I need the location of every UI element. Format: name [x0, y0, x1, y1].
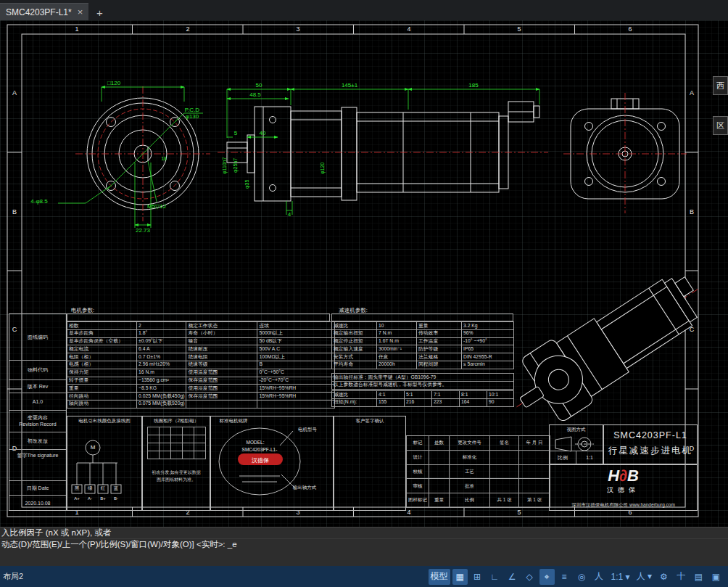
grid-display-toggle[interactable]: ▦ [452, 569, 468, 585]
polar-tracking-toggle[interactable]: ∠ [505, 569, 520, 585]
side-flag-label: 区 [716, 120, 724, 131]
table-cell: 16 N.m [137, 369, 186, 377]
drawing-code-box: 图纸编码 [9, 314, 66, 361]
table-cell: 相数 [67, 322, 137, 330]
table-cell: 2 [137, 322, 186, 330]
table-cell [160, 443, 171, 451]
table-cell: 基本步距角 [67, 329, 137, 337]
company-logo-cn: 汉德保 [550, 485, 697, 495]
table-cell: 回程间隙 [417, 361, 462, 369]
table-cell: 连续 [257, 322, 335, 330]
side-flag-button[interactable]: 区 [713, 116, 728, 135]
drawing-tab[interactable]: SMC4203PF-L1* × [0, 3, 88, 20]
model-space-button[interactable]: 模型 [429, 569, 450, 585]
table-cell: 更改文件号 [450, 436, 490, 451]
annotation-scale-button[interactable]: 1:1 ▾ [609, 569, 632, 585]
table-cell [183, 427, 194, 435]
table-cell [429, 464, 450, 479]
table-cell: 223 [432, 398, 460, 406]
table-cell: 20000h [377, 361, 417, 369]
table-cell: 0.075 MM(负载920g) [137, 400, 186, 408]
clean-screen-button[interactable]: ▣ [708, 569, 724, 585]
ratio-torque-table: 减速比4:15:17:18:110:1扭矩(N.m):1552162231649… [331, 390, 514, 407]
view-method-title: 视图方式 [550, 425, 603, 433]
table-cell: 使用湿度范围 [186, 385, 257, 393]
crosshair-button[interactable]: 十 [674, 569, 689, 585]
table-cell: 处数 [429, 436, 450, 451]
table-cell: 减速比 [332, 322, 377, 330]
table-cell: ~13560 g.cm² [137, 377, 186, 385]
side-flag-button[interactable]: 西 [713, 76, 728, 95]
lineweight-toggle[interactable]: ≡ [557, 569, 572, 585]
first-release-label: 初改发放 [28, 438, 48, 444]
drawing-code-label: 图纸编码 [28, 334, 48, 340]
drawing-canvas[interactable]: 123456123456ABCDABCD□120P.C.Dφ13018M5▽12… [0, 20, 728, 527]
table-cell: 年 月 日 [519, 436, 550, 451]
table-cell [183, 443, 194, 451]
customer-signature-box: 客户签字确认 [334, 416, 406, 511]
table-cell [429, 450, 450, 464]
table-cell [148, 427, 160, 435]
drawing-tab-title: SMC4203PF-L1* [6, 7, 72, 17]
annotation-visibility-toggle[interactable]: 人 [592, 569, 607, 585]
product-model: SMC4203PF-L1 [604, 430, 697, 440]
table-cell: 4:1 [377, 391, 405, 399]
table-cell: 法兰规格 [417, 353, 462, 361]
table-cell [148, 443, 160, 451]
table-cell: 重量 [67, 385, 137, 393]
table-cell [171, 451, 183, 459]
table-cell: 绝缘等级 [186, 361, 257, 369]
isodraft-toggle[interactable]: ◇ [522, 569, 537, 585]
table-cell: ~8.5 KG [137, 385, 186, 393]
statusbar-icons: 模型▦⊞∟∠◇⌖≡◎人1:1 ▾人 ▾⚙十▤▣ [429, 569, 724, 585]
table-cell: 电阻（相） [67, 353, 137, 361]
command-input-line[interactable]: 动态(D)/范围(E)/上一个(P)/比例(S)/窗口(W)/对象(O)] <实… [0, 538, 728, 549]
table-cell: 比例 [450, 493, 490, 508]
table-cell [490, 464, 519, 479]
table-cell: 任意 [377, 353, 417, 361]
customization-gear-button[interactable]: ⚙ [656, 569, 671, 585]
workspace-switching-button[interactable]: 人 ▾ [634, 569, 654, 585]
transparency-toggle[interactable]: ◎ [574, 569, 590, 585]
table-cell [194, 451, 206, 459]
motor-parameters-table: 相数2额定工作状态连续基本步距角1.8°寿命（小时）5000h以上基本步距角误差… [67, 321, 335, 409]
company-logo-box: H∂B 汉德保 深圳市汉德保电机有限公司 www.handerburg.com [549, 464, 698, 511]
table-cell: -20°C~+70°C [257, 377, 335, 385]
first-release-box: 初改发放 [9, 432, 66, 450]
table-cell [194, 435, 206, 443]
table-cell: 传动效率 [417, 329, 462, 337]
table-cell: IP65 [462, 345, 514, 353]
layout-tab[interactable]: 布局2 [1, 571, 23, 582]
date-value: 2020.10.08 [25, 500, 50, 506]
table-cell: ≤ 5arcmin [462, 361, 514, 369]
snap-mode-toggle[interactable]: ⊞ [470, 569, 485, 585]
material-code-box: 物料代码 [9, 361, 66, 381]
scale-value: 1:1 [576, 451, 603, 464]
table-cell [183, 435, 194, 443]
table-cell: 使用温度范围 [186, 369, 257, 377]
table-cell [490, 479, 519, 493]
isolate-objects-button[interactable]: ▤ [691, 569, 706, 585]
view-method-box: 视图方式 比例 1:1 [549, 424, 603, 464]
table-cell: 500V A.C [257, 345, 335, 353]
table-cell: 第 1 张 [519, 493, 550, 508]
object-snap-toggle[interactable]: ⌖ [539, 569, 555, 585]
table-cell: 批准 [450, 479, 490, 493]
ortho-mode-toggle[interactable]: ∟ [487, 569, 502, 585]
new-tab-button[interactable]: + [91, 4, 107, 20]
table-cell: 安装方式 [332, 353, 377, 361]
table-cell: 5:1 [405, 391, 432, 399]
table-cell [183, 451, 194, 459]
table-cell [519, 479, 550, 493]
table-cell: 164 [460, 398, 487, 406]
material-code-label: 物料代码 [28, 366, 48, 373]
table-cell: 绝缘电阻 [186, 353, 257, 361]
table-cell: 重量 [417, 322, 462, 330]
table-cell: 额定停止扭矩 [332, 337, 377, 345]
table-cell: 额定电流 [67, 345, 137, 353]
tab-close-icon[interactable]: × [78, 7, 83, 17]
table-cell: 额定工作状态 [186, 322, 257, 330]
table-cell [186, 400, 257, 408]
side-flag-label: 西 [716, 81, 724, 91]
table-cell: 图样标记 [407, 493, 429, 508]
